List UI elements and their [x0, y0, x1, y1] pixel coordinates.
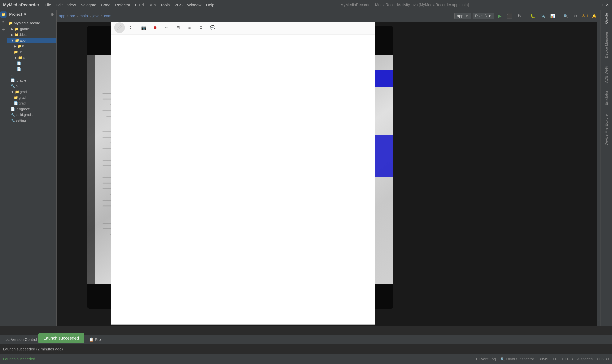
settings-label: setting — [16, 119, 26, 123]
left-icon-bar: 📁 ≡ ★ — [0, 10, 7, 326]
folder-sr-icon: 📁 — [18, 56, 22, 60]
menu-tools[interactable]: Tools — [158, 3, 172, 7]
main-scroll-indicator: ↓ — [597, 22, 600, 326]
typora-tool-list[interactable]: ≡ — [185, 24, 194, 32]
launch-succeeded-badge: Launch succeeded — [38, 333, 84, 343]
tree-item-grad-sub[interactable]: 📁 grad — [7, 95, 56, 101]
typora-tool-fullscreen[interactable]: ⛶ — [128, 24, 136, 32]
tree-expand-more[interactable]: ... — [7, 72, 56, 78]
scroll-down-arrow[interactable]: ↓ — [597, 318, 600, 322]
menu-code[interactable]: Code — [99, 3, 113, 7]
typora-tool-pen[interactable]: ✏ — [162, 24, 171, 32]
tree-item-root[interactable]: 📁 MyMediaRecord — [7, 20, 56, 26]
build-gradle-2-label: build.gradle — [16, 113, 33, 117]
menu-help[interactable]: Help — [204, 3, 217, 7]
b-label: b — [22, 44, 24, 48]
grad-file-label: grad... — [19, 101, 28, 105]
maximize-button[interactable]: □ — [600, 2, 602, 7]
breadcrumb-main[interactable]: main — [80, 14, 88, 18]
tree-item-build-gradle-1[interactable]: 🔧 b — [7, 83, 56, 89]
bookmarks-icon[interactable]: ★ — [0, 27, 6, 33]
menu-refactor[interactable]: Refactor — [113, 3, 133, 7]
gitignore-label: .gitignore — [16, 107, 30, 111]
typora-tool-record[interactable]: ⏺ — [151, 24, 159, 32]
typora-tool-camera[interactable]: 📷 — [139, 24, 148, 32]
run-output-panel: Launch succeeded (2 minutes ago) — [0, 344, 612, 354]
tab-version-control[interactable]: ⎇ Version Control — [1, 336, 41, 343]
tree-item-build-gradle-2[interactable]: 🔧 build.gradle — [7, 112, 56, 118]
tab-pro[interactable]: 📋 Pro — [85, 336, 105, 343]
layout-inspector-label: Layout Inspector — [506, 357, 534, 361]
tree-item-b[interactable]: ▶ 📁 b — [7, 43, 56, 49]
menu-bar: MyMediaRecorder File Edit View Navigate … — [0, 0, 612, 10]
menu-edit[interactable]: Edit — [53, 3, 65, 7]
adb-wifi-v-label[interactable]: ADB Wi-Fi — [603, 63, 610, 86]
device-selector[interactable]: Pixel 3 ▼ — [473, 13, 494, 19]
app-name[interactable]: MyMediaRecorder — [3, 2, 39, 7]
emulator-v-label[interactable]: Emulator — [603, 88, 610, 108]
device-file-explorer-v-label[interactable]: Device File Explorer — [603, 110, 610, 149]
menu-build[interactable]: Build — [133, 3, 146, 7]
debug-button[interactable]: 🐛 — [529, 12, 537, 20]
tree-item-gradle-file-1[interactable]: 📄 .gradle — [7, 78, 56, 83]
menu-vcs[interactable]: VCS — [172, 3, 185, 7]
build-gradle-1-icon: 🔧 — [11, 84, 15, 88]
dark-left-edge — [87, 55, 95, 284]
typora-tool-chat[interactable]: 💬 — [208, 24, 217, 32]
project-icon[interactable]: 📁 — [0, 12, 6, 18]
event-log-button[interactable]: 🗒 Event Log — [474, 357, 496, 361]
tree-item-gradle-folder[interactable]: ▼ 📁 grad — [7, 89, 56, 95]
tree-item-lib[interactable]: 📁 lib — [7, 49, 56, 55]
tree-item-gradle[interactable]: ▶ 📁 .gradle — [7, 26, 56, 32]
breadcrumb-sep-3: › — [89, 13, 91, 19]
tree-item-grad-file[interactable]: 📄 grad... — [7, 101, 56, 106]
notifications-button[interactable]: 🔔 — [590, 12, 598, 20]
tree-item-settings[interactable]: 🔧 setting — [7, 118, 56, 123]
breadcrumb-com[interactable]: com — [104, 14, 111, 18]
minimize-button[interactable]: — — [593, 2, 597, 7]
menu-navigate[interactable]: Navigate — [78, 3, 99, 7]
warnings-badge[interactable]: ⚠ 1 — [582, 13, 588, 19]
typora-tool-settings[interactable]: ⚙ — [197, 24, 205, 32]
menu-run[interactable]: Run — [146, 3, 158, 7]
breadcrumb-src[interactable]: src — [70, 14, 75, 18]
launch-status-text: Launch succeeded — [3, 357, 35, 361]
attach-button[interactable]: 📎 — [539, 12, 547, 20]
typora-tool-table[interactable]: ⊞ — [174, 24, 182, 32]
gradle-folder-label: grad — [20, 90, 27, 94]
settings-button[interactable]: ⚙ — [572, 12, 580, 20]
time-display: 38:49 — [539, 357, 548, 361]
grad-sub-label: grad — [19, 96, 26, 100]
tree-item-idea[interactable]: ▶ 📁 .idea — [7, 32, 56, 38]
close-button[interactable]: ✕ — [606, 2, 609, 7]
menu-view[interactable]: View — [65, 3, 78, 7]
version-control-icon: ⎇ — [5, 337, 10, 342]
toolbar-sep-1 — [526, 13, 526, 19]
menu-window[interactable]: Window — [185, 3, 204, 7]
main-toolbar: app › src › main › java › com app▼ Pixel… — [57, 10, 600, 22]
sync-button[interactable]: ↻ — [515, 12, 524, 20]
folder-app-icon: 📁 — [15, 38, 19, 43]
profiler-button[interactable]: 📊 — [548, 12, 557, 20]
build-gradle-1-label: b — [16, 84, 18, 88]
breadcrumb-java[interactable]: java — [92, 14, 99, 18]
layout-inspector-button[interactable]: 🔍 Layout Inspector — [501, 357, 534, 361]
tree-item-app[interactable]: ▼ 📁 app — [7, 38, 56, 43]
sidebar-gear-icon[interactable]: ⚙ — [51, 12, 54, 17]
tree-item-gitignore[interactable]: 📄 .gitignore — [7, 106, 56, 112]
project-sidebar: Project ▼ ⚙ 📁 MyMediaRecord ▶ 📁 .gradle … — [7, 10, 57, 326]
run-config-selector[interactable]: app▼ — [454, 13, 471, 19]
stop-button[interactable]: ⬛ — [505, 12, 514, 20]
tree-item-sr[interactable]: ▼ 📁 sr — [7, 55, 56, 61]
pro-icon: 📋 — [89, 337, 94, 342]
menu-file[interactable]: File — [42, 3, 54, 7]
tree-item-sub2[interactable]: 📄 — [7, 66, 56, 72]
search-everywhere-button[interactable]: 🔍 — [562, 12, 570, 20]
breadcrumb-app[interactable]: app — [59, 14, 65, 18]
warning-count: 1 — [586, 14, 588, 18]
tree-item-sub1[interactable]: 📄 — [7, 61, 56, 66]
device-manager-v-label[interactable]: Device Manager — [603, 29, 610, 61]
run-button[interactable]: ▶ — [496, 12, 504, 20]
structure-icon[interactable]: ≡ — [0, 19, 6, 25]
gradle-v-label[interactable]: Gradle — [603, 10, 610, 27]
